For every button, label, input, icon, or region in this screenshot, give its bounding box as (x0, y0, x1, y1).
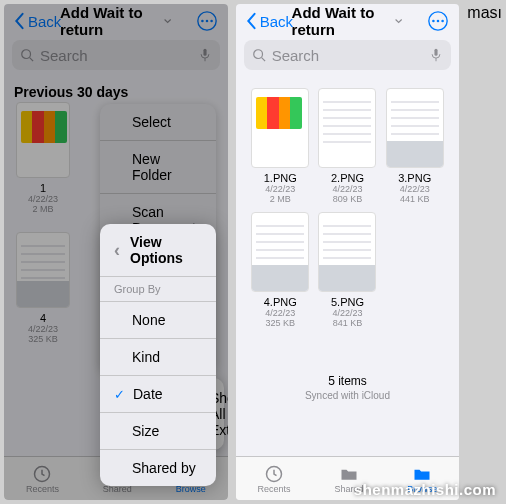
svg-point-4 (22, 50, 31, 59)
item-count: 5 items (244, 374, 452, 388)
right-phone-screen: Back Add Wait to return Search 1.PNG4/22… (236, 4, 460, 500)
svg-point-3 (210, 20, 213, 23)
group-by-label: Group By (100, 277, 216, 302)
chevron-down-icon (163, 15, 172, 27)
file-thumbnail (251, 212, 309, 292)
back-button[interactable]: Back (244, 12, 293, 30)
file-item[interactable]: 4.PNG4/22/23325 KB (250, 212, 311, 328)
more-button[interactable] (194, 8, 220, 34)
svg-line-13 (261, 58, 265, 62)
left-phone-screen: Back Add Wait to return Search Previous … (4, 4, 228, 500)
search-icon (252, 48, 266, 62)
mic-icon[interactable] (429, 48, 443, 62)
file-grid: 1.PNG4/22/232 MB 2.PNG4/22/23809 KB 3.PN… (244, 82, 452, 334)
clock-icon (31, 464, 53, 484)
file-thumbnail (16, 102, 70, 178)
group-none[interactable]: None (100, 302, 216, 339)
mic-icon[interactable] (198, 48, 212, 62)
svg-line-5 (30, 58, 34, 62)
file-thumbnail (386, 88, 444, 168)
sheet-title[interactable]: View Options (100, 224, 216, 277)
view-options-sheet: View Options Group By None Kind Date Siz… (100, 224, 216, 486)
group-size[interactable]: Size (100, 413, 216, 450)
page-title[interactable]: Add Wait to return (292, 4, 404, 38)
section-header: Previous 30 days (14, 84, 220, 100)
page-title[interactable]: Add Wait to return (60, 4, 172, 38)
back-button[interactable]: Back (12, 12, 61, 30)
search-icon (20, 48, 34, 62)
folder-footer: 5 items Synced with iCloud (244, 374, 452, 401)
watermark: shenmazhishi.com (354, 481, 496, 498)
back-label: Back (28, 13, 61, 30)
more-button[interactable] (425, 8, 451, 34)
ellipsis-circle-icon (196, 10, 218, 32)
file-item[interactable]: 5.PNG4/22/23841 KB (317, 212, 378, 328)
search-placeholder: Search (272, 47, 320, 64)
file-item[interactable]: 2.PNG4/22/23809 KB (317, 88, 378, 204)
file-thumbnail (16, 232, 70, 308)
svg-point-2 (205, 20, 208, 23)
ellipsis-circle-icon (427, 10, 449, 32)
tab-recents[interactable]: Recents (258, 464, 291, 494)
svg-rect-6 (203, 49, 206, 56)
svg-point-12 (253, 50, 262, 59)
file-item[interactable]: 1.PNG4/22/232 MB (250, 88, 311, 204)
nav-header: Back Add Wait to return (4, 4, 228, 38)
nav-header: Back Add Wait to return (236, 4, 460, 38)
group-shared-by[interactable]: Shared by (100, 450, 216, 486)
search-input[interactable]: Search (12, 40, 220, 70)
clock-icon (263, 464, 285, 484)
svg-point-10 (437, 20, 440, 23)
tab-recents[interactable]: Recents (26, 464, 59, 494)
file-thumbnail (251, 88, 309, 168)
search-placeholder: Search (40, 47, 88, 64)
file-thumbnail (318, 212, 376, 292)
sync-status: Synced with iCloud (244, 390, 452, 401)
file-item[interactable]: 4 4/22/23 325 KB (12, 232, 74, 344)
svg-point-1 (201, 20, 204, 23)
file-item[interactable]: 1 4/22/23 2 MB (12, 102, 74, 214)
file-item[interactable]: 3.PNG4/22/23441 KB (384, 88, 445, 204)
search-input[interactable]: Search (244, 40, 452, 70)
group-date[interactable]: Date (100, 376, 216, 413)
menu-select[interactable]: Select (100, 104, 216, 141)
group-kind[interactable]: Kind (100, 339, 216, 376)
chevron-down-icon (394, 15, 403, 27)
svg-rect-14 (435, 49, 438, 56)
menu-new-folder[interactable]: New Folder (100, 141, 216, 194)
svg-point-9 (432, 20, 435, 23)
file-thumbnail (318, 88, 376, 168)
svg-point-11 (442, 20, 445, 23)
back-label: Back (260, 13, 293, 30)
